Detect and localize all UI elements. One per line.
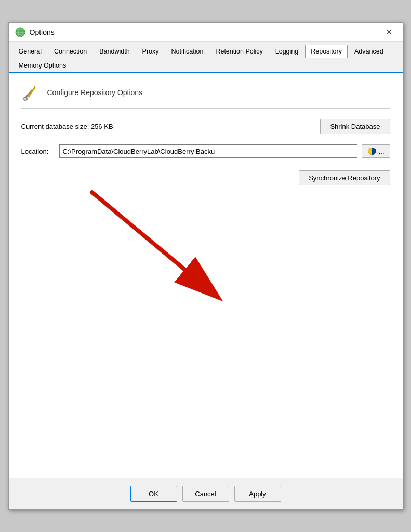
shield-icon [367, 147, 377, 156]
tab-general[interactable]: General [13, 45, 47, 58]
db-size-label: Current database size: 256 KB [21, 123, 113, 130]
svg-line-10 [92, 192, 217, 296]
tab-bandwidth[interactable]: Bandwidth [94, 45, 135, 58]
title-bar: Options ✕ [9, 23, 403, 42]
sync-row: Synchronize Repository [21, 170, 390, 185]
close-button[interactable]: ✕ [382, 25, 396, 39]
footer: OK Cancel Apply [9, 478, 403, 509]
options-dialog: Options ✕ General Connection Bandwidth P… [8, 22, 403, 510]
ok-button[interactable]: OK [130, 486, 177, 502]
db-size-row: Current database size: 256 KB Shrink Dat… [21, 119, 390, 134]
window-icon [15, 27, 25, 37]
tab-bar: General Connection Bandwidth Proxy Notif… [9, 42, 403, 73]
content-area: Configure Repository Options Current dat… [9, 73, 403, 478]
synchronize-repository-button[interactable]: Synchronize Repository [299, 170, 390, 185]
location-row: Location: ... [21, 144, 390, 158]
location-label: Location: [21, 148, 55, 155]
browse-label: ... [379, 148, 385, 155]
window-title: Options [30, 28, 55, 36]
apply-button[interactable]: Apply [234, 486, 281, 502]
divider [21, 108, 390, 109]
tab-connection[interactable]: Connection [48, 45, 92, 58]
svg-point-6 [24, 97, 27, 100]
tab-notification[interactable]: Notification [166, 45, 209, 58]
tab-retention-policy[interactable]: Retention Policy [210, 45, 268, 58]
location-input[interactable] [59, 144, 357, 158]
tab-proxy[interactable]: Proxy [137, 45, 165, 58]
red-arrow [76, 177, 263, 322]
shrink-database-button[interactable]: Shrink Database [320, 119, 390, 134]
tab-memory-options[interactable]: Memory Options [13, 59, 72, 72]
section-header: Configure Repository Options [21, 83, 390, 102]
tab-repository[interactable]: Repository [305, 45, 348, 58]
tab-logging[interactable]: Logging [270, 45, 304, 58]
tab-advanced[interactable]: Advanced [349, 45, 389, 58]
cancel-button[interactable]: Cancel [182, 486, 229, 502]
tools-icon [21, 83, 40, 102]
browse-button[interactable]: ... [362, 144, 390, 158]
section-title: Configure Repository Options [47, 88, 143, 97]
svg-marker-8 [34, 86, 36, 87]
